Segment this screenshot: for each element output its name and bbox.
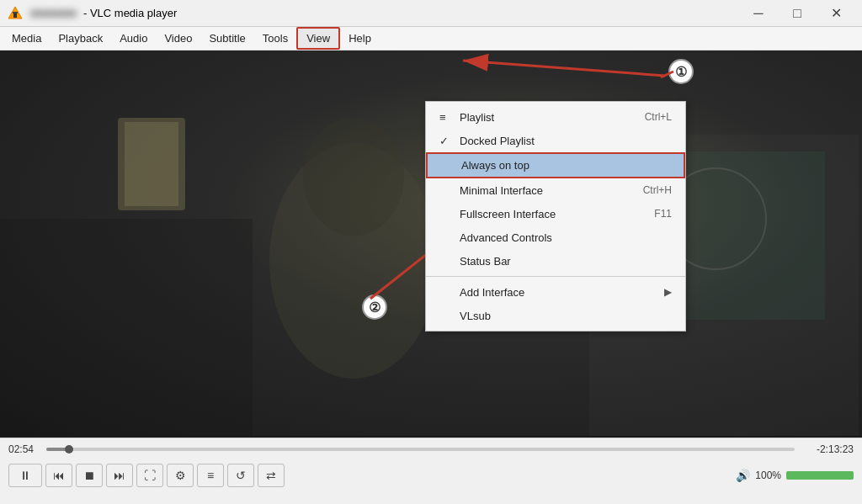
dropdown-always-on-top-label: Always on top [461, 159, 529, 172]
window-controls: ─ □ ✕ [739, 0, 855, 27]
vlc-logo-icon [7, 5, 24, 22]
shuffle-button[interactable]: ⇄ [258, 464, 285, 487]
prev-button[interactable]: ⏮ [45, 464, 72, 487]
loop-button[interactable]: ↺ [227, 464, 254, 487]
settings-button[interactable]: ⚙ [167, 464, 194, 487]
dropdown-add-interface-label: Add Interface [460, 286, 524, 299]
volume-bar[interactable] [786, 471, 854, 480]
menu-tools[interactable]: Tools [254, 29, 296, 48]
progress-area: 02:54 -2:13:23 [0, 438, 862, 460]
annotation-circle-1: ① [668, 59, 694, 84]
volume-fill [786, 471, 854, 480]
dropdown-vlsub-label: VLsub [460, 310, 491, 322]
volume-label: 100% [755, 470, 781, 481]
controls-area: ⏸ ⏮ ⏹ ⏭ ⛶ ⚙ ≡ ↺ ⇄ 🔊 100% [0, 460, 862, 491]
svg-rect-1 [13, 13, 17, 18]
menu-subtitle[interactable]: Subtitle [200, 29, 253, 48]
dropdown-item-always-on-top[interactable]: Always on top [426, 152, 685, 178]
menu-video[interactable]: Video [156, 29, 200, 48]
menu-bar: Media Playback Audio Video Subtitle Tool… [0, 27, 862, 50]
dropdown-status-label: Status Bar [460, 255, 511, 268]
window-title-blurred: ■■■■■■■ [30, 7, 77, 19]
menu-media[interactable]: Media [3, 29, 50, 48]
progress-bar[interactable] [46, 448, 795, 451]
stop-button[interactable]: ⏹ [76, 464, 103, 487]
dropdown-divider [426, 276, 685, 277]
dropdown-docked-label: Docked Playlist [460, 135, 535, 147]
dropdown-item-minimal-interface[interactable]: Minimal Interface Ctrl+H [426, 178, 685, 202]
fullscreen-button[interactable]: ⛶ [136, 464, 163, 487]
time-remaining: -2:13:23 [803, 443, 854, 455]
dropdown-item-docked-playlist[interactable]: ✓ Docked Playlist [426, 129, 685, 152]
video-area: ① ② ≡ Playlist Ctrl+L ✓ [0, 50, 862, 436]
bottom-bar: 02:54 -2:13:23 ⏸ ⏮ ⏹ ⏭ ⛶ ⚙ ≡ ↺ ⇄ 🔊 100% [0, 438, 862, 504]
svg-point-10 [303, 118, 404, 236]
dropdown-item-fullscreen-interface[interactable]: Fullscreen Interface F11 [426, 202, 685, 225]
maximize-button[interactable]: □ [778, 0, 817, 27]
menu-help[interactable]: Help [340, 29, 380, 48]
window-title: - VLC media player [83, 7, 177, 19]
progress-fill [46, 448, 69, 451]
dropdown-item-add-interface[interactable]: Add Interface ▶ [426, 280, 685, 304]
playlist-shortcut: Ctrl+L [645, 111, 672, 123]
fullscreen-shortcut: F11 [654, 208, 672, 220]
svg-rect-4 [125, 122, 178, 206]
minimize-button[interactable]: ─ [739, 0, 778, 27]
progress-knob[interactable] [65, 445, 73, 454]
dropdown-item-playlist[interactable]: ≡ Playlist Ctrl+L [426, 105, 685, 129]
menu-playback[interactable]: Playback [50, 29, 111, 48]
time-elapsed: 02:54 [8, 443, 38, 455]
svg-rect-5 [0, 219, 253, 436]
dropdown-item-advanced-controls[interactable]: Advanced Controls [426, 225, 685, 249]
annotation-circle-2: ② [362, 294, 387, 320]
menu-view[interactable]: View [296, 27, 340, 50]
dropdown-menu: ≡ Playlist Ctrl+L ✓ Docked Playlist Alwa… [425, 101, 686, 332]
dropdown-item-vlsub[interactable]: VLsub [426, 304, 685, 327]
pause-button[interactable]: ⏸ [8, 464, 42, 487]
close-button[interactable]: ✕ [817, 0, 855, 27]
title-bar: ■■■■■■■ - VLC media player ─ □ ✕ [0, 0, 862, 27]
docked-check-icon: ✓ [439, 135, 453, 147]
menu-list-icon: ≡ [439, 111, 453, 124]
dropdown-fullscreen-label: Fullscreen Interface [460, 208, 556, 220]
dropdown-playlist-label: Playlist [460, 111, 494, 124]
svg-rect-2 [13, 12, 18, 13]
menu-audio[interactable]: Audio [111, 29, 156, 48]
playlist-toggle-button[interactable]: ≡ [197, 464, 224, 487]
minimal-shortcut: Ctrl+H [643, 184, 672, 196]
add-interface-arrow-icon: ▶ [664, 286, 672, 298]
dropdown-item-status-bar[interactable]: Status Bar [426, 249, 685, 273]
next-button[interactable]: ⏭ [106, 464, 133, 487]
volume-area: 🔊 100% [736, 469, 854, 482]
volume-icon: 🔊 [736, 469, 750, 482]
dropdown-minimal-label: Minimal Interface [460, 184, 543, 197]
dropdown-advanced-label: Advanced Controls [460, 231, 552, 244]
